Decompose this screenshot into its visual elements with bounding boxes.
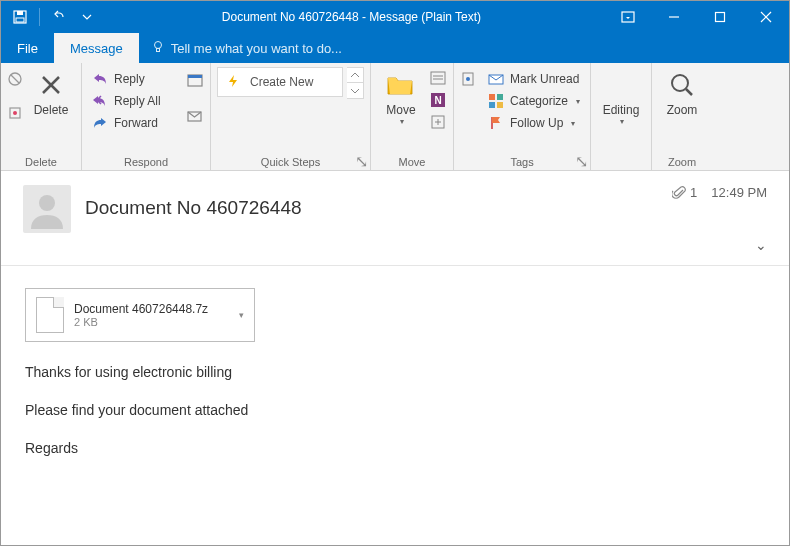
message-subject: Document No 460726448 [85,197,302,219]
group-zoom: Zoom Zoom [652,63,712,170]
save-icon[interactable] [9,6,31,28]
svg-text:N: N [434,95,441,106]
forward-icon [92,115,108,131]
group-tags: Mark Unread Categorize▾ Follow Up▾ Tags … [454,63,591,170]
svg-rect-9 [156,48,159,51]
more-respond-icon[interactable] [186,107,204,129]
tell-me-label: Tell me what you want to do... [171,41,342,56]
expand-header-button[interactable]: ⌄ [755,237,767,253]
svg-rect-31 [497,102,503,108]
svg-rect-5 [716,13,725,22]
group-editing: Editing ▾ [591,63,652,170]
ribbon: Delete Delete Reply Reply All Forward [1,63,789,171]
group-label-respond: Respond [88,153,204,170]
actions-icon[interactable] [429,113,447,131]
tab-message[interactable]: Message [54,33,139,63]
flag-icon [488,115,504,131]
rules-icon[interactable] [429,69,447,87]
reply-all-icon [92,93,108,109]
chevron-down-icon: ▾ [400,117,404,126]
forward-button[interactable]: Forward [88,113,178,133]
tags-dialog-launcher[interactable]: ⤡ [574,154,588,168]
meeting-icon[interactable] [186,71,204,93]
svg-point-32 [672,75,688,91]
follow-up-button[interactable]: Follow Up▾ [484,113,584,133]
attachment-indicator: 1 [672,185,697,200]
undo-icon[interactable] [48,6,70,28]
message-body-area: Document 460726448.7z 2 KB ▾ Thanks for … [1,266,789,496]
reply-button[interactable]: Reply [88,69,178,89]
group-respond: Reply Reply All Forward Respond [82,63,211,170]
svg-rect-28 [489,94,495,100]
svg-rect-2 [16,18,24,22]
attachment-card[interactable]: Document 460726448.7z 2 KB ▾ [25,288,255,342]
group-label-quick-steps: Quick Steps [217,153,364,170]
attachment-filename: Document 460726448.7z [74,302,208,316]
editing-button[interactable]: Editing ▾ [597,67,645,128]
group-label-delete: Delete [7,153,75,170]
assign-policy-icon[interactable] [460,71,476,91]
group-quick-steps: Create New Quick Steps ⤡ [211,63,371,170]
body-line-1: Thanks for using electronic billing [25,364,765,380]
envelope-closed-icon [488,71,504,87]
categorize-button[interactable]: Categorize▾ [484,91,584,111]
body-line-3: Regards [25,440,765,456]
zoom-button[interactable]: Zoom [658,67,706,119]
svg-rect-30 [489,102,495,108]
svg-point-8 [154,41,161,48]
received-time: 12:49 PM [711,185,767,200]
tab-file[interactable]: File [1,33,54,63]
ribbon-display-options-icon[interactable] [605,1,651,33]
editing-icon [605,69,637,101]
close-button[interactable] [743,1,789,33]
lightning-icon [226,74,242,90]
svg-rect-17 [188,75,202,78]
junk-icon[interactable] [7,105,23,125]
message-header: Document No 460726448 1 12:49 PM ⌄ [1,171,789,266]
ignore-icon[interactable] [7,71,23,91]
group-label-tags: Tags [460,153,584,170]
minimize-button[interactable] [651,1,697,33]
svg-line-33 [686,89,692,95]
categorize-icon [488,93,504,109]
quick-steps-scroll-up[interactable] [347,68,363,83]
file-icon [36,297,64,333]
maximize-button[interactable] [697,1,743,33]
paperclip-icon [672,186,686,200]
group-delete: Delete Delete [1,63,82,170]
window-title: Document No 460726448 - Message (Plain T… [98,10,605,24]
group-label-zoom: Zoom [658,153,706,170]
titlebar: Document No 460726448 - Message (Plain T… [1,1,789,33]
move-button[interactable]: Move ▾ [377,67,425,128]
reply-all-button[interactable]: Reply All [88,91,178,111]
zoom-icon [666,69,698,101]
delete-icon [35,69,67,101]
attachment-dropdown[interactable]: ▾ [239,310,244,320]
onenote-icon[interactable]: N [429,91,447,109]
quick-steps-scroll-down[interactable] [347,83,363,98]
group-label-move: Move [377,153,447,170]
group-move: Move ▾ N Move [371,63,454,170]
svg-point-13 [13,111,17,115]
sender-avatar [23,185,71,233]
mark-unread-button[interactable]: Mark Unread [484,69,584,89]
svg-rect-19 [431,72,445,84]
quick-steps-dialog-launcher[interactable]: ⤡ [354,154,368,168]
svg-point-26 [466,77,470,81]
svg-rect-1 [17,11,23,15]
attachment-size: 2 KB [74,316,208,328]
tell-me-search[interactable]: Tell me what you want to do... [139,33,354,63]
qat-customize-icon[interactable] [76,6,98,28]
reply-icon [92,71,108,87]
lightbulb-icon [151,40,165,57]
svg-line-11 [11,75,19,83]
delete-button[interactable]: Delete [27,67,75,119]
svg-rect-29 [497,94,503,100]
svg-point-34 [39,195,55,211]
body-line-2: Please find your document attached [25,402,765,418]
ribbon-tabs: File Message Tell me what you want to do… [1,33,789,63]
quick-step-create-new[interactable]: Create New [217,67,343,97]
move-folder-icon [385,69,417,101]
